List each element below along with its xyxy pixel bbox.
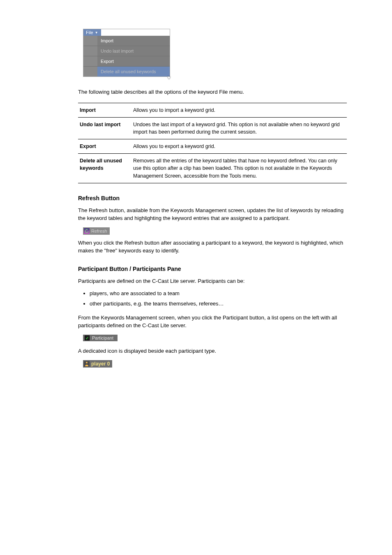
option-cell: Export	[78, 139, 131, 154]
paragraph: Participants are defined on the C-Cast L…	[78, 277, 347, 285]
menu-item-label: Delete all unused keywords	[97, 67, 159, 76]
file-menu-header: File ▼	[83, 29, 101, 36]
paragraph: When you click the Refresh button after …	[78, 239, 347, 255]
table-row: Import Allows you to import a keyword gr…	[78, 103, 347, 117]
menu-item-label: Import	[97, 36, 117, 46]
refresh-label: Refresh	[91, 229, 107, 234]
file-menu-screenshot: File ▼ Import Undo last import Export De…	[83, 29, 170, 77]
refresh-icon	[84, 228, 90, 234]
list-item: players, who are associated to a team	[90, 290, 347, 298]
svg-point-0	[86, 362, 88, 363]
table-row: Export Allows you to export a keyword gr…	[78, 139, 347, 154]
paragraph: A dedicated icon is displayed beside eac…	[78, 347, 347, 355]
player-label: player 0	[91, 361, 110, 367]
checkmark-icon: ✓	[85, 335, 90, 340]
person-icon	[84, 361, 90, 367]
paragraph: The Refresh button, available from the K…	[78, 206, 347, 222]
menu-item-undo-last-import: Undo last import	[83, 46, 170, 56]
refresh-button-screenshot: Refresh	[83, 227, 110, 235]
menu-item-export: Export	[83, 56, 170, 66]
menu-item-delete-unused-keywords: Delete all unused keywords	[83, 66, 170, 76]
player-chip-screenshot: player 0	[83, 360, 112, 368]
option-cell: Import	[78, 103, 131, 117]
table-row: Delete all unused keywords Removes all t…	[78, 154, 347, 183]
heading-refresh-button: Refresh Button	[78, 195, 347, 201]
option-cell: Undo last import	[78, 117, 131, 139]
file-menu-header-label: File	[86, 30, 93, 35]
paragraph: From the Keywords Management screen, whe…	[78, 314, 347, 330]
file-menu-body: Import Undo last import Export Delete al…	[83, 36, 170, 76]
options-table: Import Allows you to import a keyword gr…	[78, 103, 347, 183]
table-row: Undo last import Undoes the last import …	[78, 117, 347, 139]
intro-paragraph: The following table describes all the op…	[78, 88, 347, 96]
description-cell: Undoes the last import of a keyword grid…	[131, 117, 347, 139]
chevron-down-icon: ▼	[95, 31, 98, 35]
participant-label: Participant	[92, 335, 113, 340]
menu-item-import: Import	[83, 36, 170, 46]
description-cell: Removes all the entries of the keyword t…	[131, 154, 347, 183]
participant-bullets: players, who are associated to a team ot…	[90, 290, 347, 308]
menu-item-label: Undo last import	[97, 46, 137, 56]
heading-participant-button: Participant Button / Participants Pane	[78, 266, 347, 272]
menu-item-label: Export	[97, 56, 117, 66]
option-cell: Delete all unused keywords	[78, 154, 131, 183]
description-cell: Allows you to export a keyword grid.	[131, 139, 347, 154]
participant-button-screenshot: ✓ Participant	[83, 335, 118, 341]
list-item: other participants, e.g. the teams thems…	[90, 300, 347, 308]
description-cell: Allows you to import a keyword grid.	[131, 103, 347, 117]
